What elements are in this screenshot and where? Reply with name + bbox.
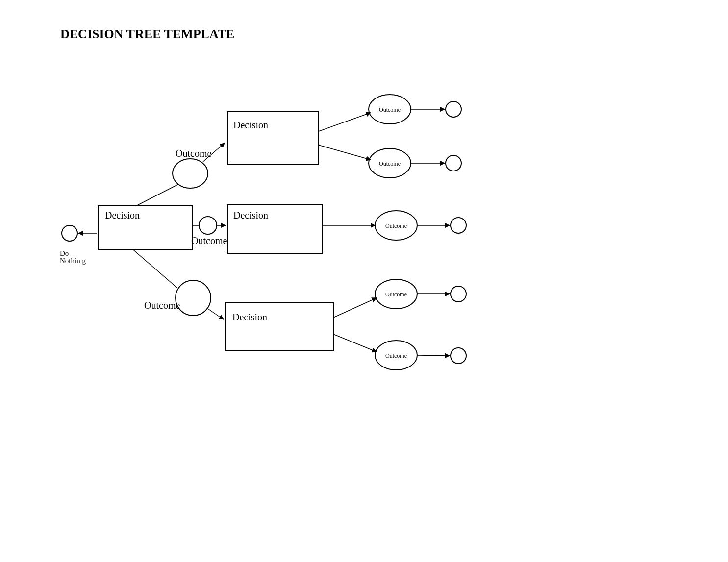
- connector-root-to-outcome-bottom: [133, 250, 177, 288]
- terminal-top-b-icon: [446, 155, 461, 171]
- decision-mid-label: Decision: [233, 210, 268, 221]
- decision-tree-diagram: DECISION TREE TEMPLATE: [0, 0, 728, 562]
- outcome-mid-label: Outcome: [191, 235, 227, 246]
- decision-bottom-label: Decision: [232, 312, 267, 323]
- connector-outcome-bottom-to-decision-bottom: [208, 309, 224, 319]
- connector-out-bottom-b-to-terminal: [417, 355, 450, 356]
- outcome-mid-ellipse: [199, 217, 217, 234]
- root-decision-label: Decision: [105, 210, 140, 221]
- outcome-bottom-label: Outcome: [144, 300, 180, 311]
- connector-decision-bottom-to-out-b: [333, 334, 377, 352]
- terminal-mid-icon: [451, 218, 466, 233]
- connector-decision-top-to-out-a: [319, 113, 371, 131]
- connector-decision-bottom-to-out-a: [333, 298, 377, 318]
- outcome-bottom-a-label: Outcome: [385, 291, 407, 298]
- outcome-bottom-ellipse: [176, 280, 211, 316]
- decision-top-label: Decision: [233, 120, 268, 131]
- outcome-top-label: Outcome: [176, 148, 211, 159]
- diagram-svg: [0, 0, 728, 562]
- do-nothing-label2: Nothin g: [60, 257, 86, 265]
- connector-decision-top-to-out-b: [319, 145, 371, 160]
- terminal-bottom-a-icon: [451, 286, 466, 302]
- outcome-mid-right-label: Outcome: [385, 222, 407, 230]
- outcome-top-a-label: Outcome: [378, 106, 401, 114]
- decision-bottom-box: [226, 303, 333, 351]
- do-nothing-terminal-icon: [62, 225, 77, 241]
- outcome-bottom-b-label: Outcome: [385, 352, 407, 360]
- outcome-top-b-label: Outcome: [378, 160, 401, 168]
- outcome-top-ellipse: [173, 159, 208, 188]
- connector-root-to-outcome-top: [136, 184, 178, 206]
- terminal-bottom-b-icon: [451, 348, 466, 364]
- terminal-top-a-icon: [446, 101, 461, 117]
